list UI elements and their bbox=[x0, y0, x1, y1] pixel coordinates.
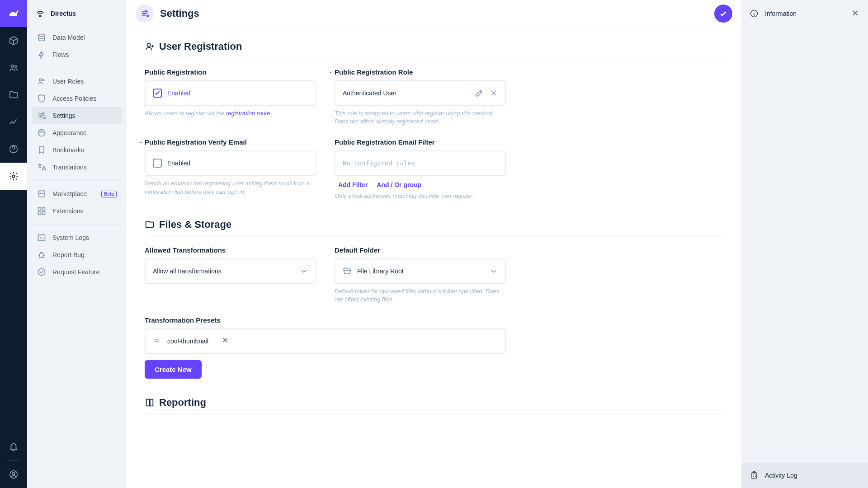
right-sidebar: Information Activity Log bbox=[741, 0, 868, 488]
nav-marketplace[interactable]: MarketplaceBeta bbox=[32, 185, 122, 202]
header-icon bbox=[136, 5, 154, 23]
select-value: File Library Root bbox=[357, 267, 404, 275]
module-settings[interactable] bbox=[0, 163, 27, 190]
svg-point-7 bbox=[39, 79, 42, 81]
translate-icon bbox=[37, 163, 46, 172]
nav-label: Translations bbox=[52, 164, 87, 171]
field-label: Public Registration Email Filter bbox=[335, 138, 506, 146]
nav-request-feature[interactable]: Request Feature bbox=[32, 263, 122, 281]
nav-user-roles[interactable]: User Roles bbox=[32, 73, 122, 90]
box-icon bbox=[9, 36, 19, 46]
account-button[interactable] bbox=[0, 461, 27, 488]
and-or-group-link[interactable]: And / Or group bbox=[377, 181, 421, 188]
svg-point-23 bbox=[146, 10, 147, 12]
module-content[interactable] bbox=[0, 27, 27, 54]
remove-preset-icon[interactable] bbox=[221, 336, 229, 346]
edit-icon[interactable] bbox=[475, 89, 484, 98]
gear-icon bbox=[9, 171, 19, 181]
nav-bookmarks[interactable]: Bookmarks bbox=[32, 141, 122, 159]
module-help[interactable] bbox=[0, 136, 27, 163]
sliders-icon bbox=[140, 9, 149, 18]
nav-label: System Logs bbox=[52, 234, 89, 241]
section-files-storage: Files & Storage bbox=[145, 219, 723, 235]
module-users[interactable] bbox=[0, 54, 27, 81]
sliders-icon bbox=[37, 111, 46, 120]
field-transformation-presets: Transformation Presets cool-thumbnail Cr… bbox=[145, 316, 506, 379]
preset-row[interactable]: cool-thumbnail bbox=[145, 328, 506, 354]
grid-icon bbox=[37, 206, 46, 216]
create-preset-button[interactable]: Create New bbox=[145, 360, 202, 379]
user-circle-icon bbox=[9, 469, 19, 479]
nav-header[interactable]: Directus bbox=[27, 0, 127, 27]
nav-system-logs[interactable]: System Logs bbox=[32, 229, 122, 246]
field-hint: Sends an email to the registering user a… bbox=[145, 179, 316, 196]
field-email-filter: Public Registration Email Filter No conf… bbox=[335, 138, 506, 200]
nav-settings[interactable]: Settings bbox=[32, 107, 122, 124]
notifications-button[interactable] bbox=[0, 433, 27, 460]
logo[interactable] bbox=[0, 0, 27, 27]
svg-point-22 bbox=[38, 269, 45, 276]
checkbox-verify-email[interactable]: Enabled bbox=[145, 150, 316, 176]
shield-icon bbox=[37, 94, 46, 103]
database-icon bbox=[37, 33, 46, 42]
registration-route-link[interactable]: registration route bbox=[226, 110, 270, 117]
check-icon bbox=[719, 9, 728, 18]
svg-point-5 bbox=[12, 472, 15, 475]
bug-icon bbox=[37, 250, 46, 259]
field-label: Default Folder bbox=[335, 246, 506, 254]
svg-rect-19 bbox=[42, 212, 45, 215]
svg-point-8 bbox=[43, 80, 44, 81]
transformations-select[interactable]: Allow all transformations bbox=[145, 258, 316, 284]
checkbox-icon bbox=[153, 89, 162, 98]
clear-icon[interactable] bbox=[489, 89, 498, 98]
nav-report-bug[interactable]: Report Bug bbox=[32, 246, 122, 263]
svg-point-14 bbox=[41, 131, 42, 131]
save-button[interactable] bbox=[714, 5, 732, 23]
store-icon bbox=[37, 189, 46, 198]
svg-point-15 bbox=[43, 132, 44, 133]
checkbox-icon bbox=[153, 159, 162, 168]
role-selector[interactable]: Authenticated User bbox=[335, 80, 506, 106]
nav-label: Request Feature bbox=[52, 268, 99, 276]
main: Settings User Registration Public Regist… bbox=[127, 0, 741, 488]
nav-extensions[interactable]: Extensions bbox=[32, 202, 122, 220]
svg-rect-17 bbox=[42, 208, 45, 211]
add-filter-link[interactable]: Add Filter bbox=[338, 181, 368, 188]
svg-point-3 bbox=[12, 175, 15, 178]
default-folder-select[interactable]: File Library Root bbox=[335, 258, 506, 284]
nav-flows[interactable]: Flows bbox=[32, 46, 122, 63]
checkbox-label: Enabled bbox=[167, 160, 190, 167]
bookmark-icon bbox=[37, 145, 46, 155]
field-hint: Allows users to register via the registr… bbox=[145, 109, 316, 117]
checkbox-label: Enabled bbox=[167, 89, 190, 97]
field-hint: Only email addresses matching this filte… bbox=[335, 192, 506, 200]
email-filter-box[interactable]: No configured rules bbox=[335, 150, 506, 176]
close-sidebar-button[interactable] bbox=[851, 9, 860, 19]
module-files[interactable] bbox=[0, 81, 27, 108]
wifi-icon bbox=[35, 9, 45, 19]
bell-icon bbox=[9, 442, 19, 452]
field-public-registration-role: Public Registration Role Authenticated U… bbox=[335, 68, 506, 126]
nav-translations[interactable]: Translations bbox=[32, 159, 122, 176]
folder-open-icon bbox=[343, 267, 352, 276]
brand-label: Directus bbox=[51, 10, 76, 17]
checkbox-public-registration[interactable]: Enabled bbox=[145, 80, 316, 106]
right-title: Information bbox=[765, 10, 844, 17]
nav-data-model[interactable]: Data Model bbox=[32, 29, 122, 46]
role-value: Authenticated User bbox=[343, 89, 396, 97]
nav-label: Appearance bbox=[52, 129, 87, 136]
drag-handle-icon[interactable] bbox=[153, 336, 161, 346]
module-bar bbox=[0, 0, 27, 488]
svg-point-21 bbox=[39, 253, 44, 258]
palette-icon bbox=[37, 128, 46, 137]
activity-log-button[interactable]: Activity Log bbox=[741, 463, 868, 488]
nav-label: Bookmarks bbox=[52, 146, 84, 154]
folder-icon bbox=[9, 90, 19, 100]
nav-appearance[interactable]: Appearance bbox=[32, 124, 122, 141]
module-insights[interactable] bbox=[0, 108, 27, 136]
filter-placeholder: No configured rules bbox=[343, 160, 415, 167]
svg-point-11 bbox=[44, 117, 45, 118]
nav-access-policies[interactable]: Access Policies bbox=[32, 90, 122, 107]
feature-icon bbox=[37, 267, 46, 277]
svg-point-0 bbox=[11, 65, 14, 68]
